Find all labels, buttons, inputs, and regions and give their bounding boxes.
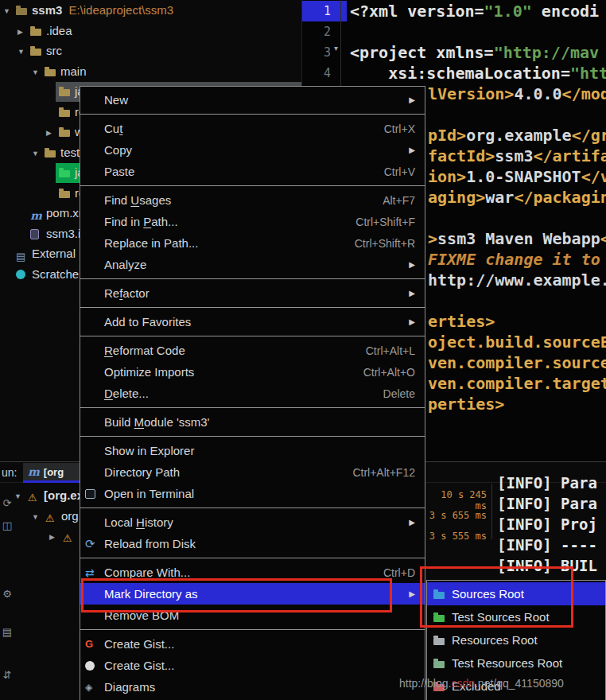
menu-item-show-in-explorer[interactable]: Show in Explorer	[80, 440, 425, 461]
terminal-icon-slot	[85, 489, 104, 499]
tree-item-icon	[59, 87, 70, 96]
menu-separator	[80, 307, 425, 308]
chevron-right-icon[interactable]: ▶	[17, 28, 23, 36]
elapsed-time: 3 s 655 ms	[426, 510, 487, 521]
code-line: factId>ssm3</artifa	[428, 146, 606, 166]
folder-icon	[30, 29, 41, 36]
menu-item-diagrams[interactable]: ◈Diagrams	[80, 676, 425, 698]
menu-item-label: Build Module 'ssm3'	[104, 415, 209, 429]
elapsed-time: 3 s 555 ms	[426, 531, 487, 542]
menu-item-label: Analyze	[104, 258, 146, 271]
diagram-icon-slot: ◈	[85, 682, 104, 692]
chevron-down-icon[interactable]: ▼	[3, 7, 10, 15]
menu-item-label: Optimize Imports	[104, 365, 194, 379]
warning-icon: ⚠	[28, 492, 37, 503]
menu-item-build-module-ssm3[interactable]: Build Module 'ssm3'	[80, 411, 425, 433]
menu-item-optimize-imports[interactable]: Optimize ImportsCtrl+Alt+O	[80, 361, 425, 383]
run-item-icon: ⚠	[63, 531, 72, 544]
compare-icon: ⇄	[85, 567, 95, 578]
folder-icon	[59, 110, 70, 117]
console-line: [INFO] ----	[497, 535, 597, 555]
menu-shortcut: Ctrl+X	[384, 122, 415, 135]
code-segment: ssm3 Maven Webapp	[437, 229, 600, 248]
menu-shortcut: Ctrl+Shift+R	[355, 237, 415, 250]
run-item-icon: ⚠	[45, 511, 55, 524]
chevron-down-icon[interactable]: ▼	[17, 48, 25, 56]
menu-item-label: Paste	[104, 165, 134, 178]
tree-row-src[interactable]: ▼src	[0, 41, 302, 61]
console-divider	[491, 484, 492, 539]
run-tab[interactable]: m [org	[23, 463, 81, 483]
menu-item-refactor[interactable]: Refactor▶	[80, 282, 425, 304]
menu-item-label: Reload from Disk	[104, 537, 196, 550]
menu-separator	[80, 336, 425, 336]
tree-row-main[interactable]: ▼main	[0, 62, 302, 82]
menu-separator	[80, 278, 425, 279]
fold-marker-icon[interactable]: ▾	[334, 44, 338, 52]
settings-icon[interactable]: ⚙	[1, 588, 14, 600]
menu-item-label: Refactor	[104, 286, 150, 300]
submenu-item-resources-root[interactable]: Resources Root	[427, 628, 605, 651]
submenu-arrow-icon: ▶	[409, 317, 415, 326]
tree-item-name: main	[60, 64, 87, 78]
tree-item-icon: m	[30, 208, 42, 222]
folder-icon	[59, 170, 70, 177]
gist-o-icon	[85, 661, 95, 671]
menu-item-reformat-code[interactable]: Reformat CodeCtrl+Alt+L	[80, 340, 425, 361]
menu-item-label: Diagrams	[104, 680, 155, 694]
menu-item-create-gist[interactable]: Create Gist...	[80, 655, 425, 676]
submenu-item-test-resources-root[interactable]: Test Resources Root	[427, 651, 605, 675]
menu-item-label: New	[104, 93, 128, 107]
menu-item-cut[interactable]: CutCtrl+X	[80, 118, 425, 139]
code-segment: ven.compiler.target	[428, 374, 606, 393]
watermark-text: .net/qq_41150890	[475, 677, 564, 690]
menu-item-copy[interactable]: Copy▶	[80, 139, 425, 161]
menu-item-label: Find Usages	[104, 193, 171, 207]
tree-item-label: ssm3E:\ideaproject\ssm3	[32, 3, 173, 17]
code-segment: pId>	[428, 126, 466, 145]
menu-item-directory-path[interactable]: Directory PathCtrl+Alt+F12	[80, 461, 425, 483]
tree-item-name: test	[60, 146, 80, 159]
tree-row-ssm3[interactable]: ▼ssm3E:\ideaproject\ssm3	[0, 1, 302, 21]
menu-item-find-in-path[interactable]: Find in Path...Ctrl+Shift+F	[80, 211, 425, 232]
code-segment: </packagin	[514, 188, 606, 207]
tree-item-label: src	[46, 44, 62, 57]
code-line: aging>war</packagin	[428, 187, 606, 208]
menu-item-find-usages[interactable]: Find UsagesAlt+F7	[80, 189, 425, 211]
menu-item-add-to-favorites[interactable]: Add to Favorites▶	[80, 311, 425, 332]
line-number: 2	[302, 21, 331, 42]
menu-item-replace-in-path[interactable]: Replace in Path...Ctrl+Shift+R	[80, 232, 425, 254]
menu-item-create-gist[interactable]: GCreate Gist...	[80, 633, 425, 655]
tree-item-icon	[16, 6, 27, 15]
menu-item-paste[interactable]: PasteCtrl+V	[80, 161, 425, 182]
menu-item-label: Local History	[104, 515, 173, 529]
menu-item-open-in-terminal[interactable]: Open in Terminal	[80, 483, 425, 504]
menu-item-label: Copy	[104, 143, 132, 157]
menu-item-new[interactable]: New▶	[80, 89, 425, 111]
menu-item-label: Compare With...	[104, 566, 190, 579]
code-segment: ven.compiler.source	[428, 353, 606, 372]
console-line: [INFO] Para	[497, 472, 597, 493]
chevron-down-icon[interactable]: ▼	[32, 150, 39, 158]
code-segment: xsi:schemaLocation=	[350, 64, 570, 83]
chevron-right-icon[interactable]: ▶	[49, 533, 55, 541]
list-icon[interactable]: ▤	[1, 626, 14, 638]
menu-item-local-history[interactable]: Local History▶	[80, 511, 425, 533]
scroll-icon[interactable]: ⇵	[1, 669, 14, 681]
code-segment: org.example	[466, 126, 571, 145]
chevron-down-icon[interactable]: ▼	[14, 492, 21, 500]
code-segment: aging>	[428, 188, 485, 207]
menu-item-delete[interactable]: Delete...Delete	[80, 383, 425, 404]
tree-row-idea[interactable]: ▶.idea	[0, 21, 302, 41]
run-item-icon: ⚠	[28, 490, 37, 504]
code-line: >ssm3 Maven Webapp<	[428, 228, 606, 249]
maven-icon: m	[28, 466, 40, 477]
menu-item-reload-from-disk[interactable]: ⟳Reload from Disk	[80, 533, 425, 554]
chevron-down-icon[interactable]: ▼	[32, 513, 39, 521]
chevron-right-icon[interactable]: ▶	[46, 129, 52, 137]
menu-item-analyze[interactable]: Analyze▶	[80, 254, 425, 275]
tree-item-icon	[30, 26, 41, 36]
chevron-down-icon[interactable]: ▼	[32, 68, 39, 76]
iml-icon	[30, 229, 39, 239]
folder-icon	[59, 89, 70, 96]
